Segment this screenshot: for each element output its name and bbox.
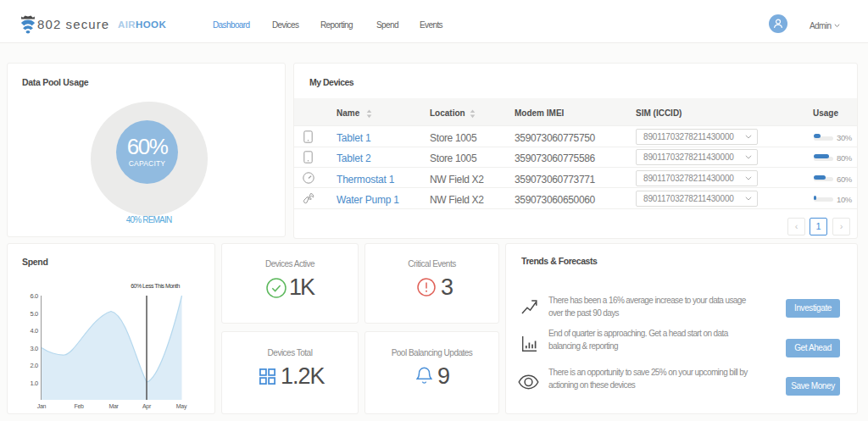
svg-text:Mar: Mar <box>108 403 119 409</box>
svg-text:6.0: 6.0 <box>30 292 38 300</box>
svg-text:Apr: Apr <box>142 403 152 410</box>
svg-text:1.0: 1.0 <box>30 379 38 387</box>
svg-text:Jan: Jan <box>37 403 47 409</box>
svg-text:4.0: 4.0 <box>30 327 38 335</box>
svg-text:2.0: 2.0 <box>30 362 38 369</box>
svg-text:May: May <box>176 403 187 410</box>
svg-text:Feb: Feb <box>74 403 84 409</box>
svg-text:60% Less This Month: 60% Less This Month <box>131 283 180 289</box>
svg-text:3.0: 3.0 <box>30 345 38 352</box>
svg-text:5.0: 5.0 <box>30 310 38 318</box>
